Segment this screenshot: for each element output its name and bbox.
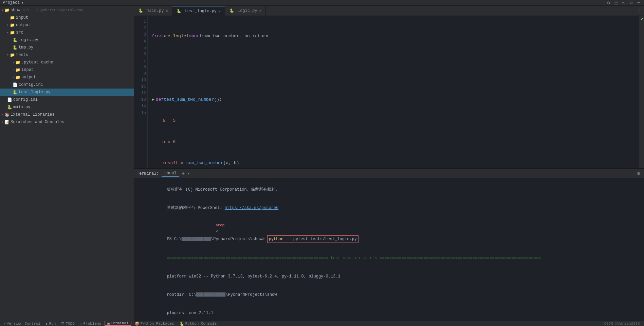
project-label-text: Project — [3, 0, 20, 5]
tab-logic-py[interactable]: 🐍 logic.py ✕ — [225, 6, 266, 16]
terminal-tab-local[interactable]: Local — [162, 170, 179, 177]
code-line-1: from src.logic import sum_two_number, no… — [152, 33, 637, 40]
sidebar-item-test-logic[interactable]: 🐍 test_logic.py — [0, 89, 134, 96]
tab-test-logic-label: test_logic.py — [185, 9, 217, 14]
problems-label: Problems — [84, 322, 102, 326]
python-file-icon: 🐍 — [229, 8, 235, 14]
python-file-icon: 🐍 — [7, 104, 12, 110]
version-control-button[interactable]: ⑂ Version Control — [1, 321, 42, 326]
sidebar-item-output[interactable]: › 📁 output — [0, 21, 134, 29]
terminal-plugins: plugins: cov-2.11.1 — [137, 304, 641, 321]
folder-icon: 📁 — [10, 30, 15, 35]
sidebar-item-config-ini[interactable]: 📄 config.ini — [0, 96, 134, 103]
tab-main-py[interactable]: 🐍 main.py ✕ — [134, 6, 172, 16]
step2-label: step 2 — [216, 223, 224, 234]
folder-icon: 📁 — [10, 15, 15, 20]
line-numbers: 1 2 3 4 5 6 7 8 9 10 11 12 13 14 — [134, 16, 148, 168]
code-editor[interactable]: 1 2 3 4 5 6 7 8 9 10 11 12 13 14 — [134, 16, 639, 168]
version-control-label: Version Control — [7, 322, 40, 326]
sidebar-item-external-libs[interactable]: › 📚 External Libraries — [0, 111, 134, 118]
sidebar-item-config-ini-label: config.ini — [13, 97, 38, 102]
bottom-right: CSDN @Varian2333 — [604, 322, 643, 326]
terminal-content[interactable]: 版权所有 (C) Microsoft Corporation。保留所有权利。 尝… — [134, 178, 644, 321]
settings-icon[interactable]: ⚙ — [606, 0, 611, 5]
terminal-bottom-button[interactable]: ▣ Terminal — [105, 321, 131, 326]
python-console-button[interactable]: 🐍 Python Console — [178, 321, 219, 326]
sidebar-item-tests-input[interactable]: › 📁 input — [0, 66, 134, 74]
dropdown-arrow: ▾ — [21, 0, 23, 5]
minimize-icon[interactable]: − — [636, 0, 641, 5]
code-line-5: a = 5 — [152, 117, 637, 124]
run-button[interactable]: ▶ Run — [44, 321, 58, 326]
sidebar-item-scratches[interactable]: › 📝 Scratches and Consoles — [0, 118, 134, 126]
sidebar-item-tests-output[interactable]: › 📁 output — [0, 74, 134, 81]
sidebar-item-tmp-py[interactable]: 🐍 tmp.py — [0, 44, 134, 51]
python-file-icon: 🐍 — [138, 8, 144, 14]
sidebar: ▾ 📁 show C:\...\PycharmProjects\show › 📁… — [0, 6, 134, 321]
todo-button[interactable]: ☰ TODO — [59, 321, 76, 326]
sidebar-item-logic-label: logic.py — [19, 38, 38, 42]
project-dropdown[interactable]: Project ▾ — [3, 0, 24, 5]
run-icon: ▶ — [46, 322, 48, 326]
sidebar-item-external-libs-label: External Libraries — [11, 112, 55, 117]
python-file-icon: 🐍 — [12, 45, 18, 50]
sidebar-item-tests-config-label: config.ini — [19, 82, 43, 87]
tab-test-logic[interactable]: 🐍 test_logic.py ✕ — [172, 6, 225, 16]
sidebar-item-main-py[interactable]: 🐍 main.py — [0, 103, 134, 111]
console-icon: 🐍 — [180, 322, 184, 326]
chevron-right-icon: › — [1, 120, 3, 124]
python-file-icon: 🐍 — [12, 37, 18, 43]
sidebar-item-tests-config[interactable]: 📄 config.ini — [0, 81, 134, 89]
folder-icon: 📁 — [4, 7, 10, 13]
sidebar-item-show[interactable]: ▾ 📁 show C:\...\PycharmProjects\show — [0, 6, 134, 14]
tab-bar: 🐍 main.py ✕ 🐍 test_logic.py ✕ 🐍 logic.py… — [134, 6, 644, 16]
powershell-link[interactable]: https://aka.ms/pscore6 — [225, 206, 278, 210]
chevron-right-icon: › — [12, 76, 14, 79]
tab-close-test[interactable]: ✕ — [219, 9, 221, 13]
sidebar-item-tests-input-label: input — [21, 68, 34, 72]
code-line-2 — [152, 54, 637, 61]
title-bar-left: Project ▾ — [3, 0, 24, 5]
sidebar-item-input-label: input — [16, 15, 28, 20]
tab-close-main[interactable]: ✕ — [166, 9, 168, 13]
sidebar-item-test-logic-label: test_logic.py — [19, 90, 51, 95]
packages-label: Python Packages — [141, 322, 174, 326]
sidebar-item-logic-py[interactable]: 🐍 logic.py — [0, 36, 134, 44]
terminal-add-button[interactable]: + — [182, 171, 185, 176]
sidebar-item-input[interactable]: › 📁 input — [0, 14, 134, 21]
sidebar-item-tests-output-label: output — [21, 75, 36, 80]
git-icon: ⑂ — [3, 322, 6, 326]
folder-icon: 📁 — [15, 75, 20, 80]
terminal-header-left: Terminal: Local + ▾ — [137, 170, 190, 177]
problems-button[interactable]: ⚠ Problems — [78, 321, 103, 326]
code-text[interactable]: from src.logic import sum_two_number, no… — [148, 16, 639, 168]
gear-icon[interactable]: ⚙ — [628, 0, 634, 5]
separator-line: ========================================… — [167, 256, 541, 261]
terminal-chevron-icon[interactable]: ▾ — [187, 171, 190, 176]
scratch-icon: 📝 — [4, 119, 10, 125]
editor-area: 🐍 main.py ✕ 🐍 test_logic.py ✕ 🐍 logic.py… — [134, 6, 644, 321]
list-icon[interactable]: ☰ — [613, 0, 619, 5]
terminal-area: Terminal: Local + ▾ ⚙ 版权所有 (C) Microsoft… — [134, 168, 644, 321]
sidebar-item-pytest-cache[interactable]: › 📁 .pytest_cache — [0, 59, 134, 66]
tab-more-button[interactable]: ⋮ — [634, 8, 644, 14]
terminal-settings-icon[interactable]: ⚙ — [636, 171, 641, 176]
terminal-rootdir: rootdir: C:\████████████\PycharmProjects… — [137, 286, 641, 304]
folder-icon: 📁 — [10, 52, 15, 58]
title-bar-icons: ⚙ ☰ ⇅ ⚙ − — [606, 0, 641, 5]
todo-label: TODO — [66, 322, 74, 326]
sidebar-item-show-label: show C:\...\PycharmProjects\show — [11, 8, 83, 13]
title-bar: Project ▾ ⚙ ☰ ⇅ ⚙ − — [0, 0, 644, 6]
tab-close-logic[interactable]: ✕ — [259, 9, 261, 13]
sidebar-item-tests-label: tests — [16, 53, 28, 57]
python-file-icon: 🐍 — [12, 90, 18, 95]
chevron-down-icon: ▾ — [7, 53, 9, 57]
sidebar-item-src[interactable]: ▾ 📁 src — [0, 29, 134, 36]
csdn-label: CSDN @Varian2333 — [604, 322, 640, 326]
sidebar-item-tests[interactable]: ▾ 📁 tests — [0, 51, 134, 59]
todo-icon: ☰ — [61, 322, 65, 326]
python-packages-button[interactable]: 📦 Python Packages — [133, 321, 176, 326]
main-container: ▾ 📁 show C:\...\PycharmProjects\show › 📁… — [0, 6, 644, 321]
python-file-icon: 🐍 — [176, 8, 182, 14]
sort-icon[interactable]: ⇅ — [621, 0, 626, 5]
